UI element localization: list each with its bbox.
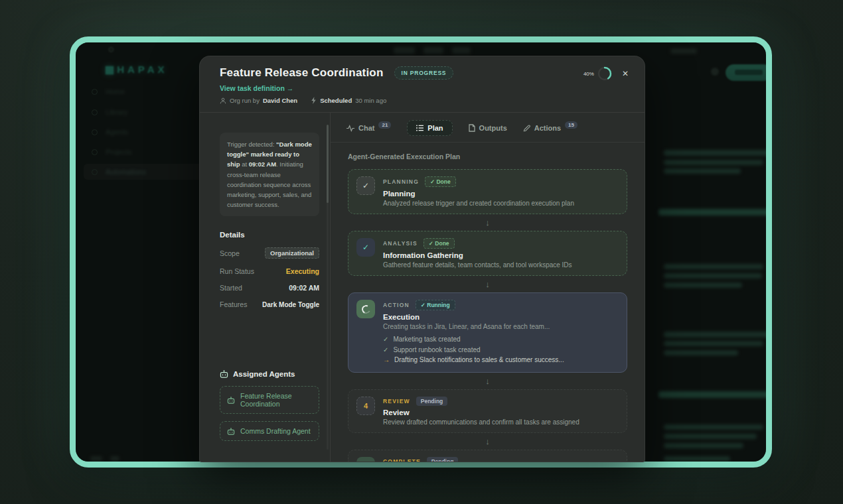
down-arrow-icon: ↓ [348,276,627,292]
step-description: Gathered feature details, team contacts,… [383,261,619,269]
down-arrow-icon: ↓ [348,433,627,450]
view-task-definition-link[interactable]: View task definition → [220,84,627,92]
tab-plan[interactable]: Plan [407,120,452,136]
status-badge-running: ✓ Running [416,300,455,310]
run-progress: 40% [583,66,613,82]
status-badge-done: ✓ Done [423,238,455,249]
agent-feature-release-coordination[interactable]: Feature Release Coordination [220,386,319,414]
plan-heading: Agent-Generated Exexcution Plan [348,153,627,160]
check-icon: ✓ [383,334,388,345]
features-value: Dark Mode Toggle [262,301,319,308]
step-description: Analyzed release trigger and created coo… [383,200,619,207]
trigger-description: Trigger detected: "Dark mode toggle" mar… [220,133,319,216]
step-number: 4 [356,397,375,415]
progress-percent: 40% [583,71,594,77]
run-by-meta: Org run by David Chen [220,97,297,104]
subtask-done: ✓ Marketing task created [383,334,619,345]
detail-row-features: Features Dark Mode Toggle [220,300,319,308]
check-icon: ✓ [356,238,375,257]
plan-step-analysis: ✓ ANALYSIS ✓ Done Information Gathering … [348,231,627,276]
progress-ring-icon [597,66,613,82]
robot-icon [227,428,235,435]
robot-icon [227,397,235,404]
close-icon[interactable]: ✕ [622,70,629,78]
detail-row-scope: Scope Organizational [220,247,319,259]
actions-count-badge: 15 [565,121,577,129]
left-panel-scrollbar[interactable] [327,125,329,450]
plan-panel: Chat 21 Plan Outputs [331,113,645,462]
activity-icon [346,125,354,132]
pencil-icon [523,125,530,132]
tab-actions[interactable]: Actions 15 [523,124,577,132]
plan-step-planning: ✓ PLANNING ✓ Done Planning Analyzed rele… [348,169,627,214]
step-title: Planning [383,190,619,198]
step-description: Review drafted communications and confir… [383,418,619,426]
check-icon: ✓ [383,345,388,355]
person-icon [220,97,226,104]
agent-comms-drafting[interactable]: Comms Drafting Agent [220,421,319,441]
check-icon: ✓ [356,176,375,195]
lightning-icon [311,97,317,104]
down-arrow-icon: ↓ [348,214,627,231]
step-number: 5 [356,457,375,462]
status-badge-pending: Pending [427,457,459,462]
down-arrow-icon: ↓ [348,373,627,389]
tab-bar: Chat 21 Plan Outputs [331,113,645,143]
plan-step-action: ACTION ✓ Running Execution Creating task… [348,292,627,373]
run-status-value: Executing [286,267,319,275]
plan-step-complete: 5 COMPLETE Pending Complete Coordination… [348,450,627,462]
execution-plan: Agent-Generated Exexcution Plan ✓ PLANNI… [331,143,645,462]
tab-outputs[interactable]: Outputs [469,124,507,132]
phase-label: ANALYSIS [383,240,418,247]
run-by-name: David Chen [263,97,297,104]
detail-row-run-status: Run Status Executing [220,267,319,275]
step-title: Information Gathering [383,251,619,259]
step-description: Creating tasks in Jira, Linear, and Asan… [383,323,619,330]
modal-header: Feature Release Coordination IN PROGRESS… [200,56,645,113]
list-icon [416,125,423,131]
tab-chat[interactable]: Chat 21 [346,124,391,132]
spinner-icon [356,300,375,318]
scheduled-meta: Scheduled 30 min ago [311,97,386,104]
scope-badge: Organizational [265,247,319,259]
arrow-right-icon: → [383,355,390,365]
status-badge-done: ✓ Done [425,176,456,187]
details-heading: Details [220,231,319,239]
detail-row-started: Started 09:02 AM [220,284,319,292]
document-icon [469,124,475,132]
phase-label: PLANNING [383,178,419,185]
task-details-panel: Trigger detected: "Dark mode toggle" mar… [200,113,331,462]
subtask-in-progress: → Drafting Slack notifications to sales … [383,355,619,365]
phase-label: REVIEW [383,398,410,405]
phase-label: ACTION [383,302,410,308]
robot-icon [220,370,228,378]
plan-step-review: 4 REVIEW Pending Review Review drafted c… [348,389,627,433]
chat-count-badge: 21 [378,121,391,129]
status-badge: IN PROGRESS [394,66,454,80]
page-title: Feature Release Coordination [220,66,384,80]
subtask-done: ✓ Support runbook task created [383,345,619,355]
step-title: Review [383,409,619,416]
assigned-agents-heading: Assigned Agents [220,370,319,378]
status-badge-pending: Pending [416,397,448,406]
task-run-modal: Feature Release Coordination IN PROGRESS… [199,56,645,462]
started-value: 09:02 AM [289,284,319,292]
phase-label: COMPLETE [383,458,421,462]
step-title: Execution [383,313,619,321]
